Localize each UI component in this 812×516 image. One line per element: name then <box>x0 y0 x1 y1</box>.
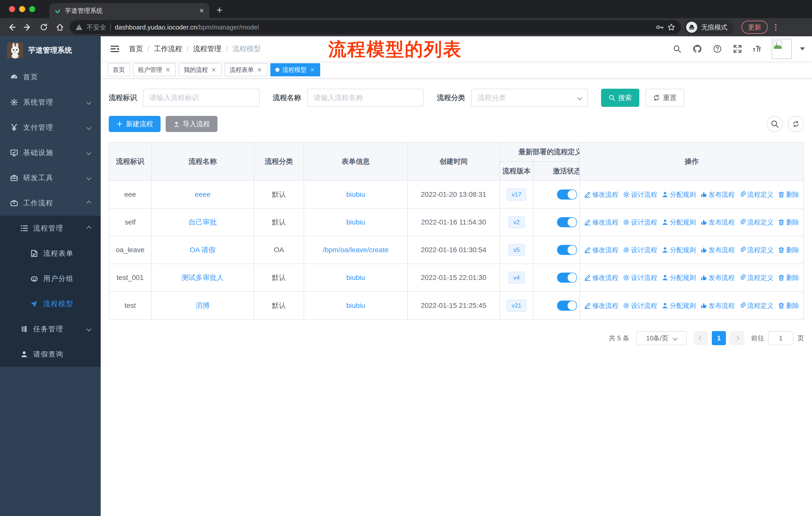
browser-tab[interactable]: 芋道管理系统 <box>49 3 209 18</box>
active-toggle[interactable] <box>557 301 577 311</box>
action-流程定义[interactable]: 流程定义 <box>739 218 774 227</box>
action-分配规则[interactable]: 分配规则 <box>662 218 696 227</box>
import-process-button[interactable]: 导入流程 <box>166 116 218 132</box>
action-修改流程[interactable]: 修改流程 <box>584 218 618 227</box>
breadcrumb-item[interactable]: 流程管理 <box>193 44 222 54</box>
address-bar[interactable]: 不安全 dashboard.yudao.iocoder.cn/bpm/manag… <box>69 20 681 34</box>
sidebar-item-请假查询[interactable]: 请假查询 <box>0 342 101 367</box>
page-size-select[interactable]: 10条/页 <box>636 331 687 345</box>
active-toggle[interactable] <box>557 245 577 255</box>
sidebar-logo[interactable]: 芋道管理系统 <box>0 36 101 64</box>
page-number-1[interactable]: 1 <box>712 331 726 345</box>
form-info-link[interactable]: biubiu <box>346 218 365 226</box>
action-发布流程[interactable]: 发布流程 <box>700 273 735 282</box>
sidebar-item-基础设施[interactable]: 基础设施 <box>0 140 101 165</box>
action-分配规则[interactable]: 分配规则 <box>662 190 696 199</box>
new-tab-button[interactable] <box>212 3 227 17</box>
tag-租户管理[interactable]: 租户管理 <box>133 63 176 76</box>
font-size-icon[interactable] <box>752 43 764 55</box>
action-设计流程[interactable]: 设计流程 <box>623 218 657 227</box>
process-name-link[interactable]: 滔博 <box>196 301 210 310</box>
avatar-caret-down-icon[interactable] <box>800 47 805 53</box>
sidebar-item-系统管理[interactable]: 系统管理 <box>0 90 101 115</box>
action-删除[interactable]: 删除 <box>778 190 799 199</box>
fullscreen-icon[interactable] <box>731 43 744 55</box>
form-info-link[interactable]: biubiu <box>346 190 365 198</box>
form-info-link[interactable]: /bpm/oa/leave/create <box>323 246 388 254</box>
action-删除[interactable]: 删除 <box>778 246 799 254</box>
create-process-button[interactable]: 新建流程 <box>109 116 161 132</box>
bookmark-star-icon[interactable] <box>668 23 675 31</box>
category-select[interactable]: 流程分类 <box>471 89 588 107</box>
process-name-link[interactable]: 测试多审批人 <box>181 273 224 282</box>
back-icon[interactable] <box>5 21 18 34</box>
action-修改流程[interactable]: 修改流程 <box>584 273 618 282</box>
minimize-window-button[interactable] <box>19 6 25 12</box>
sidebar-item-流程表单[interactable]: 流程表单 <box>0 241 101 266</box>
action-分配规则[interactable]: 分配规则 <box>662 246 696 254</box>
update-browser-button[interactable]: 更新 <box>742 21 768 34</box>
action-删除[interactable]: 删除 <box>778 273 799 282</box>
password-key-icon[interactable] <box>656 23 664 31</box>
action-修改流程[interactable]: 修改流程 <box>584 301 618 310</box>
process-name-link[interactable]: 自己审批 <box>188 217 217 227</box>
user-avatar[interactable] <box>772 39 792 59</box>
action-设计流程[interactable]: 设计流程 <box>623 190 657 199</box>
action-流程定义[interactable]: 流程定义 <box>739 190 774 199</box>
home-icon[interactable] <box>53 21 66 34</box>
forward-icon[interactable] <box>21 21 34 34</box>
action-发布流程[interactable]: 发布流程 <box>700 301 735 310</box>
action-发布流程[interactable]: 发布流程 <box>700 190 735 199</box>
tag-close-icon[interactable] <box>257 67 262 73</box>
search-button[interactable]: 搜索 <box>601 89 639 107</box>
toggle-search-button[interactable] <box>767 116 783 132</box>
sidebar-item-支付管理[interactable]: 支付管理 <box>0 115 101 140</box>
action-发布流程[interactable]: 发布流程 <box>700 246 735 254</box>
action-分配规则[interactable]: 分配规则 <box>662 273 696 282</box>
action-设计流程[interactable]: 设计流程 <box>623 246 657 254</box>
action-修改流程[interactable]: 修改流程 <box>584 190 618 199</box>
zoom-window-button[interactable] <box>29 6 35 12</box>
action-发布流程[interactable]: 发布流程 <box>700 218 735 227</box>
action-删除[interactable]: 删除 <box>778 218 799 227</box>
process-name-link[interactable]: OA 请假 <box>190 245 216 255</box>
tag-close-icon[interactable] <box>211 67 216 73</box>
action-流程定义[interactable]: 流程定义 <box>739 301 774 310</box>
next-page-button[interactable] <box>730 331 744 345</box>
tag-首页[interactable]: 首页 <box>108 63 130 76</box>
header-search-icon[interactable] <box>671 43 683 55</box>
help-icon[interactable] <box>711 43 723 55</box>
reload-icon[interactable] <box>37 21 50 34</box>
tag-close-icon[interactable] <box>310 67 315 73</box>
tab-close-icon[interactable] <box>199 8 204 13</box>
sidebar-item-任务管理[interactable]: 任务管理 <box>0 317 101 342</box>
active-toggle[interactable] <box>557 217 577 227</box>
sidebar-item-流程管理[interactable]: 流程管理 <box>0 216 101 241</box>
active-toggle[interactable] <box>557 273 577 283</box>
sidebar-item-流程模型[interactable]: 流程模型 <box>0 291 101 317</box>
process-name-input[interactable] <box>307 89 424 107</box>
breadcrumb-item[interactable]: 首页 <box>129 44 143 54</box>
action-修改流程[interactable]: 修改流程 <box>584 246 618 254</box>
sidebar-item-工作流程[interactable]: 工作流程 <box>0 190 101 216</box>
prev-page-button[interactable] <box>694 331 708 345</box>
breadcrumb-item[interactable]: 工作流程 <box>154 44 182 54</box>
sidebar-item-首页[interactable]: 首页 <box>0 64 101 90</box>
close-window-button[interactable] <box>9 6 15 12</box>
refresh-table-button[interactable] <box>788 116 804 132</box>
action-流程定义[interactable]: 流程定义 <box>739 273 774 282</box>
browser-menu-icon[interactable] <box>771 23 781 31</box>
github-icon[interactable] <box>691 43 703 55</box>
action-删除[interactable]: 删除 <box>778 301 799 310</box>
action-设计流程[interactable]: 设计流程 <box>623 273 657 282</box>
tag-我的流程[interactable]: 我的流程 <box>179 63 222 76</box>
action-流程定义[interactable]: 流程定义 <box>739 246 774 254</box>
sidebar-item-用户分组[interactable]: 用户分组 <box>0 266 101 291</box>
reset-button[interactable]: 重置 <box>645 89 684 107</box>
active-toggle[interactable] <box>557 189 577 199</box>
action-分配规则[interactable]: 分配规则 <box>662 301 696 310</box>
process-name-link[interactable]: eeee <box>195 190 210 198</box>
tag-流程模型[interactable]: 流程模型 <box>270 63 320 76</box>
sidebar-item-研发工具[interactable]: 研发工具 <box>0 165 101 190</box>
tag-close-icon[interactable] <box>165 67 171 73</box>
